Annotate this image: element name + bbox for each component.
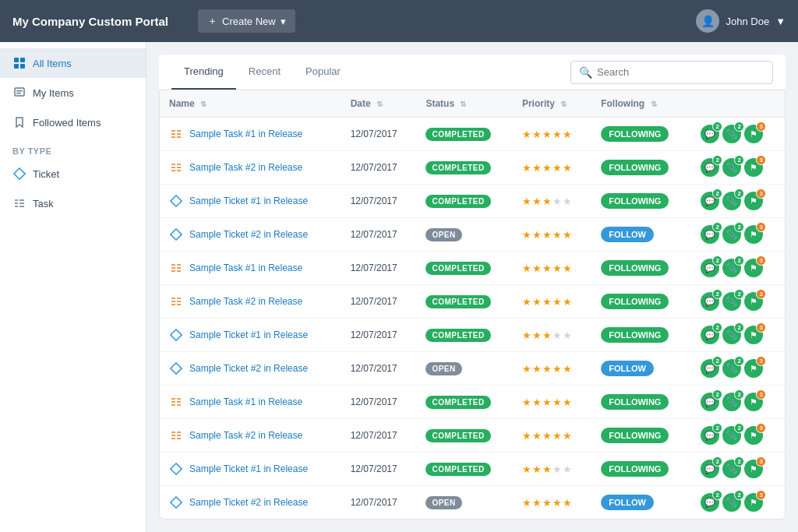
- flag-icon[interactable]: ⚑ 3: [744, 259, 763, 277]
- comment-icon[interactable]: 💬 2: [701, 460, 719, 478]
- comment-icon[interactable]: 💬 2: [701, 326, 719, 344]
- star: ★: [522, 463, 531, 475]
- sidebar-item-task[interactable]: Task: [0, 188, 146, 218]
- star: ★: [563, 162, 572, 174]
- following-button[interactable]: FOLLOWING: [601, 193, 669, 209]
- comment-icon[interactable]: 💬 2: [701, 158, 719, 177]
- attachment-badge: 2: [734, 322, 744, 333]
- item-name[interactable]: Sample Task #1 in Release: [189, 396, 302, 407]
- col-date: Date ⇅: [341, 90, 417, 118]
- tab-trending[interactable]: Trending: [171, 55, 236, 90]
- star: ★: [553, 463, 562, 475]
- ticket-icon: [169, 495, 183, 509]
- attachment-icon[interactable]: 📎 2: [722, 460, 741, 478]
- following-button[interactable]: FOLLOWING: [601, 394, 669, 410]
- attachment-icon[interactable]: 📎 2: [722, 192, 741, 210]
- item-name[interactable]: Sample Ticket #1 in Release: [189, 463, 308, 474]
- sidebar-item-my-items[interactable]: My Items: [0, 78, 146, 107]
- star: ★: [532, 363, 542, 375]
- attachment-icon[interactable]: 📎 2: [722, 292, 741, 311]
- following-button[interactable]: FOLLOWING: [601, 294, 669, 309]
- create-new-button[interactable]: ＋ Create New ▾: [198, 9, 295, 33]
- item-name[interactable]: Sample Ticket #2 in Release: [189, 497, 308, 508]
- attachment-icon[interactable]: 📎 2: [722, 259, 741, 277]
- status-cell: COMPLETED: [416, 285, 513, 319]
- follow-button[interactable]: FOLLOW: [601, 227, 654, 242]
- following-cell: FOLLOWING: [591, 453, 691, 486]
- attachment-icon[interactable]: 📎 2: [722, 125, 741, 143]
- search-input[interactable]: [597, 66, 764, 78]
- attachment-icon[interactable]: 📎 2: [722, 326, 741, 344]
- flag-badge: 3: [756, 423, 766, 433]
- star: ★: [553, 129, 562, 140]
- star: ★: [532, 129, 542, 140]
- flag-icon[interactable]: ⚑ 3: [744, 426, 763, 445]
- attachment-icon[interactable]: 📎 2: [722, 493, 741, 512]
- date-cell: 12/07/2017: [341, 218, 417, 252]
- user-menu[interactable]: 👤 John Doe ▼: [696, 9, 786, 33]
- follow-button[interactable]: FOLLOW: [601, 495, 654, 510]
- comment-icon[interactable]: 💬 2: [701, 292, 719, 311]
- item-name[interactable]: Sample Ticket #2 in Release: [189, 363, 308, 374]
- following-button[interactable]: FOLLOWING: [601, 126, 669, 142]
- following-button[interactable]: FOLLOWING: [601, 260, 669, 276]
- ticket-icon: [169, 328, 183, 342]
- comment-icon[interactable]: 💬 2: [701, 125, 719, 143]
- star: ★: [542, 329, 552, 341]
- item-name[interactable]: Sample Task #2 in Release: [189, 162, 302, 173]
- flag-icon[interactable]: ⚑ 3: [744, 326, 763, 344]
- following-button[interactable]: FOLLOWING: [601, 428, 669, 443]
- date-cell: 12/07/2017: [341, 185, 417, 218]
- flag-icon[interactable]: ⚑ 3: [744, 359, 763, 378]
- following-button[interactable]: FOLLOWING: [601, 327, 669, 343]
- comment-icon[interactable]: 💬 2: [701, 259, 719, 277]
- item-name[interactable]: Sample Ticket #1 in Release: [189, 196, 308, 206]
- flag-badge: 3: [756, 155, 766, 165]
- item-name[interactable]: Sample Task #2 in Release: [189, 296, 302, 307]
- status-cell: COMPLETED: [416, 419, 513, 453]
- star: ★: [542, 396, 552, 408]
- name-cell: Sample Task #2 in Release: [160, 419, 341, 453]
- search-box[interactable]: 🔍: [570, 61, 773, 84]
- comment-badge: 2: [712, 423, 722, 433]
- flag-icon[interactable]: ⚑ 3: [744, 225, 763, 244]
- task-icon: [169, 127, 183, 141]
- attachment-icon[interactable]: 📎 2: [722, 225, 741, 244]
- tab-recent[interactable]: Recent: [236, 55, 293, 90]
- attachment-icon[interactable]: 📎 2: [722, 426, 741, 445]
- comment-icon[interactable]: 💬 2: [701, 192, 719, 210]
- flag-icon[interactable]: ⚑ 3: [744, 158, 763, 177]
- flag-icon[interactable]: ⚑ 3: [744, 460, 763, 478]
- comment-icon[interactable]: 💬 2: [701, 426, 719, 445]
- attachment-icon[interactable]: 📎 2: [722, 158, 741, 177]
- star: ★: [553, 229, 562, 241]
- item-name[interactable]: Sample Task #1 in Release: [189, 129, 302, 139]
- attachment-icon[interactable]: 📎 2: [722, 393, 741, 411]
- comment-badge: 2: [712, 456, 722, 467]
- sidebar-item-all-items[interactable]: All Items: [0, 48, 146, 78]
- attachment-icon[interactable]: 📎 2: [722, 359, 741, 378]
- col-actions: [691, 90, 785, 118]
- chevron-down-icon: ▼: [775, 16, 786, 27]
- flag-icon[interactable]: ⚑ 3: [744, 125, 763, 143]
- status-badge: COMPLETED: [425, 195, 490, 208]
- flag-icon[interactable]: ⚑ 3: [744, 292, 763, 311]
- follow-button[interactable]: FOLLOW: [601, 361, 654, 376]
- sidebar-item-ticket[interactable]: Ticket: [0, 159, 146, 188]
- comment-icon[interactable]: 💬 2: [701, 393, 719, 411]
- item-name[interactable]: Sample Ticket #1 in Release: [189, 329, 308, 340]
- flag-badge: 3: [756, 122, 766, 132]
- item-name[interactable]: Sample Task #1 in Release: [189, 262, 302, 273]
- item-name[interactable]: Sample Task #2 in Release: [189, 430, 302, 441]
- comment-icon[interactable]: 💬 2: [701, 493, 719, 512]
- comment-icon[interactable]: 💬 2: [701, 359, 719, 378]
- flag-icon[interactable]: ⚑ 3: [744, 192, 763, 210]
- flag-icon[interactable]: ⚑ 3: [744, 493, 763, 512]
- following-button[interactable]: FOLLOWING: [601, 461, 669, 477]
- item-name[interactable]: Sample Ticket #2 in Release: [189, 229, 308, 240]
- tab-popular[interactable]: Popular: [293, 55, 353, 90]
- comment-icon[interactable]: 💬 2: [701, 225, 719, 244]
- flag-icon[interactable]: ⚑ 3: [744, 393, 763, 411]
- following-button[interactable]: FOLLOWING: [601, 160, 669, 175]
- sidebar-item-followed-items[interactable]: Followed Items: [0, 107, 146, 137]
